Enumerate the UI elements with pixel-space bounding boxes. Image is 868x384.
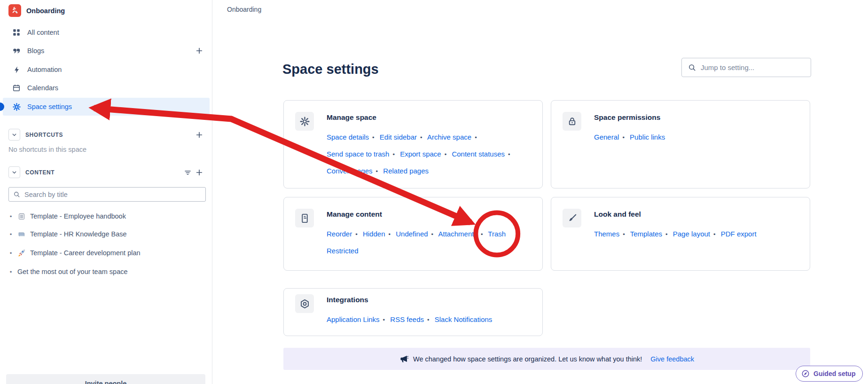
content-item-label: Template - Career development plan [30, 249, 141, 257]
calendar-icon [12, 83, 21, 93]
card-link[interactable]: Themes [594, 230, 619, 238]
sidebar-item-blogs[interactable]: Blogs [3, 42, 210, 60]
search-by-title-input[interactable] [24, 191, 205, 198]
sidebar-item-label: Space settings [27, 103, 72, 110]
card-links: Reorder• Hidden• Undefined• Attachments•… [327, 226, 506, 259]
bullet-separator: • [481, 231, 483, 238]
collapse-shortcuts-button[interactable] [8, 129, 20, 141]
search-icon [688, 63, 696, 71]
lightning-icon [12, 65, 21, 74]
invite-people-button[interactable]: Invite people [6, 374, 205, 384]
card-space-permissions: Space permissions General• Public links [551, 100, 810, 188]
space-header[interactable]: Onboarding [8, 4, 65, 17]
add-content-button[interactable] [193, 166, 205, 179]
page-title: Space settings [282, 62, 379, 77]
space-name: Onboarding [26, 7, 65, 15]
card-title: Space permissions [594, 113, 665, 122]
card-link[interactable]: PDF export [721, 230, 757, 238]
collapse-content-button[interactable] [8, 166, 20, 178]
card-link[interactable]: Public links [630, 133, 665, 141]
bullet-separator: • [372, 134, 375, 141]
card-title: Manage content [327, 210, 506, 219]
paintbrush-icon [563, 209, 581, 227]
content-label: CONTENT [25, 169, 55, 176]
sidebar-item-all-content[interactable]: All content [3, 24, 210, 41]
card-link[interactable]: Related pages [383, 167, 429, 175]
banner-text: We changed how space settings are organi… [413, 355, 642, 363]
list-bullet: • [8, 268, 13, 275]
card-link[interactable]: Export space [400, 150, 441, 158]
card-integrations: Integrations Application Links• RSS feed… [283, 288, 543, 336]
bullet-separator: • [475, 134, 477, 141]
card-link[interactable]: Application Links [327, 315, 380, 323]
compass-icon [801, 369, 810, 378]
content-item-employee-handbook[interactable]: • Template - Employee handbook [8, 209, 206, 223]
card-link[interactable]: Edit sidebar [380, 133, 417, 141]
bullet-separator: • [665, 231, 668, 238]
add-shortcut-button[interactable] [193, 129, 205, 141]
card-link[interactable]: Archive space [427, 133, 471, 141]
list-bullet: • [8, 213, 13, 220]
card-look-and-feel: Look and feel Themes• Templates• Page la… [551, 197, 810, 271]
sidebar: Onboarding All content Blogs [0, 0, 212, 384]
card-title: Manage space [327, 113, 514, 122]
bullet-separator: • [622, 134, 625, 141]
active-indicator [0, 102, 4, 111]
sidebar-item-label: Blogs [27, 47, 44, 55]
card-link[interactable]: Content statuses [452, 150, 505, 158]
book-icon [17, 230, 26, 238]
quote-icon [12, 46, 21, 55]
breadcrumb[interactable]: Onboarding [227, 6, 261, 13]
bullet-separator: • [383, 316, 385, 323]
card-link[interactable]: Send space to trash [327, 150, 389, 158]
sidebar-item-label: Automation [27, 66, 62, 73]
jump-to-setting-search [681, 58, 811, 77]
bullet-separator: • [420, 134, 422, 141]
bullet-separator: • [376, 168, 378, 175]
content-item-get-the-most[interactable]: • Get the most out of your team space [8, 265, 206, 279]
feedback-banner: We changed how space settings are organi… [283, 348, 810, 370]
card-link[interactable]: Restricted [327, 247, 359, 255]
bullet-separator: • [392, 151, 395, 158]
content-item-hr-knowledge-base[interactable]: • Template - HR Knowledge Base [8, 227, 206, 241]
card-link[interactable]: RSS feeds [390, 315, 424, 323]
bullet-separator: • [388, 231, 391, 238]
gear-icon [12, 102, 21, 111]
sidebar-item-label: Calendars [27, 84, 58, 92]
bullet-separator: • [623, 231, 625, 238]
trash-link[interactable]: Trash [488, 230, 506, 238]
card-link[interactable]: Reorder [327, 230, 352, 238]
card-links: Application Links• RSS feeds• Slack Noti… [327, 311, 492, 328]
content-item-career-development[interactable]: • Template - Career development plan [8, 246, 206, 260]
sidebar-item-label: All content [27, 29, 59, 36]
confluence-space-settings-page: Onboarding All content Blogs [0, 0, 868, 384]
document-icon [295, 209, 314, 227]
list-bullet: • [8, 231, 13, 238]
jump-to-setting-input[interactable] [701, 63, 811, 71]
give-feedback-link[interactable]: Give feedback [650, 355, 694, 363]
no-shortcuts-text: No shortcuts in this space [8, 146, 86, 153]
list-bullet: • [8, 250, 13, 257]
filter-content-button[interactable] [181, 166, 194, 179]
card-link[interactable]: Undefined [396, 230, 428, 238]
card-links: Themes• Templates• Page layout• PDF expo… [594, 226, 757, 243]
guided-setup-button[interactable]: Guided setup [796, 366, 863, 382]
card-title: Look and feel [594, 210, 757, 219]
sidebar-item-calendars[interactable]: Calendars [3, 79, 210, 97]
card-link[interactable]: Hidden [363, 230, 385, 238]
card-link[interactable]: Space details [327, 133, 369, 141]
card-link[interactable]: Page layout [673, 230, 710, 238]
gear-icon [295, 112, 314, 131]
sidebar-item-automation[interactable]: Automation [3, 61, 210, 78]
content-search [8, 187, 206, 202]
card-link[interactable]: Slack Notifications [435, 315, 493, 323]
card-link[interactable]: General [594, 133, 619, 141]
card-link[interactable]: Convert pages [327, 167, 373, 175]
card-links: Space details• Edit sidebar• Archive spa… [327, 129, 514, 180]
bullet-separator: • [445, 151, 447, 158]
add-blog-button[interactable] [193, 45, 205, 57]
card-link[interactable]: Templates [630, 230, 662, 238]
card-link[interactable]: Attachments [438, 230, 477, 238]
sidebar-item-space-settings[interactable]: Space settings [3, 98, 210, 116]
content-item-label: Template - HR Knowledge Base [30, 230, 127, 238]
